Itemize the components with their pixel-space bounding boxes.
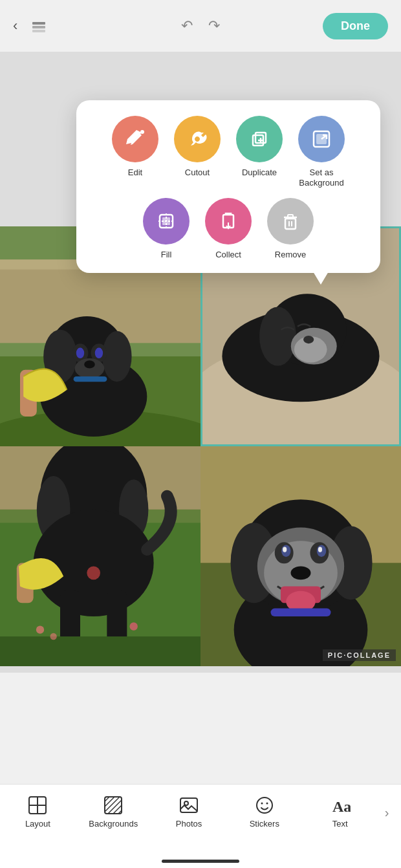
- svg-point-91: [184, 801, 188, 805]
- nav-item-layout[interactable]: Layout: [0, 792, 76, 829]
- back-button[interactable]: ‹: [13, 17, 17, 34]
- edit-circle: [112, 116, 158, 162]
- svg-rect-2: [32, 30, 45, 32]
- svg-rect-18: [288, 215, 293, 217]
- context-menu: Edit Cutout Duplicate Set asBackground: [76, 100, 380, 273]
- home-indicator: [162, 860, 239, 863]
- layout-label: Layout: [25, 819, 50, 829]
- duplicate-menu-item[interactable]: Duplicate: [233, 116, 285, 188]
- toolbar-center: ↶ ↷: [181, 17, 220, 34]
- edit-menu-item[interactable]: Edit: [109, 116, 161, 188]
- layers-button[interactable]: [29, 16, 49, 36]
- svg-text:Aa: Aa: [332, 798, 351, 815]
- menu-row-1: Edit Cutout Duplicate Set asBackground: [89, 116, 367, 188]
- cutout-label: Cutout: [185, 168, 210, 178]
- svg-point-3: [140, 130, 144, 134]
- collect-menu-item[interactable]: Collect: [202, 198, 254, 260]
- undo-button[interactable]: ↶: [181, 17, 193, 34]
- nav-item-text[interactable]: Aa Text: [302, 792, 378, 829]
- svg-line-85: [105, 797, 114, 807]
- top-toolbar: ‹ ↶ ↷ Done: [0, 0, 401, 52]
- backgrounds-icon: [103, 795, 124, 816]
- nav-item-stickers[interactable]: Stickers: [226, 792, 302, 829]
- stickers-icon: [254, 795, 275, 816]
- cutout-menu-item[interactable]: Cutout: [171, 116, 223, 188]
- svg-rect-90: [180, 798, 197, 812]
- fill-menu-item[interactable]: Fill: [140, 198, 192, 260]
- backgrounds-label: Backgrounds: [89, 819, 138, 829]
- edit-label: Edit: [128, 168, 142, 178]
- redo-button[interactable]: ↷: [208, 17, 220, 34]
- stickers-label: Stickers: [250, 819, 279, 829]
- nav-more-button[interactable]: ›: [378, 792, 401, 820]
- collect-circle: [205, 198, 252, 244]
- menu-row-2: Fill Collect Remove: [89, 198, 367, 260]
- text-icon: Aa: [330, 795, 351, 816]
- toolbar-left: ‹: [13, 16, 49, 36]
- collect-label: Collect: [215, 250, 241, 260]
- remove-label: Remove: [275, 250, 306, 260]
- done-button[interactable]: Done: [323, 13, 388, 39]
- svg-rect-16: [285, 219, 296, 229]
- photos-label: Photos: [176, 819, 202, 829]
- photos-icon: [179, 795, 199, 816]
- svg-rect-1: [32, 26, 45, 28]
- svg-rect-0: [32, 22, 45, 25]
- nav-item-backgrounds[interactable]: Backgrounds: [76, 792, 151, 829]
- set-background-menu-item[interactable]: Set asBackground: [296, 116, 347, 188]
- fill-label: Fill: [161, 250, 172, 260]
- nav-item-photos[interactable]: Photos: [151, 792, 227, 829]
- text-label: Text: [332, 819, 348, 829]
- svg-line-88: [113, 805, 122, 814]
- set-background-circle: [298, 116, 345, 162]
- fill-circle: [143, 198, 190, 244]
- remove-menu-item[interactable]: Remove: [265, 198, 316, 260]
- layout-icon: [27, 795, 48, 816]
- svg-point-93: [261, 803, 263, 805]
- bottom-nav: Layout Backgrounds Photos: [0, 784, 401, 868]
- remove-circle: [267, 198, 314, 244]
- svg-point-94: [266, 803, 268, 805]
- cutout-circle: [174, 116, 221, 162]
- duplicate-label: Duplicate: [242, 168, 277, 178]
- set-background-label: Set asBackground: [299, 168, 343, 188]
- duplicate-circle: [236, 116, 283, 162]
- svg-point-92: [257, 797, 272, 813]
